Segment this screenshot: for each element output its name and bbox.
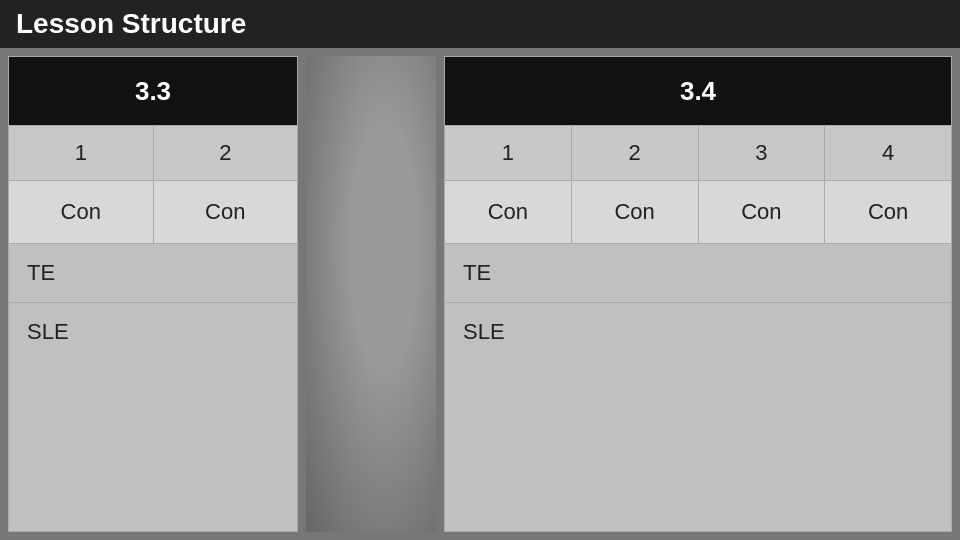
con-cell-right-2: Con [572,181,699,243]
num-row-right: 1 2 3 4 [445,125,951,180]
num-cell-left-2: 2 [154,126,298,180]
te-row-right: TE [445,243,951,302]
con-cell-left-1: Con [9,181,154,243]
con-cell-right-3: Con [699,181,826,243]
con-cell-right-4: Con [825,181,951,243]
table-right: 3.4 1 2 3 4 Con Con Con Con TE SLE [444,56,952,532]
num-cell-right-2: 2 [572,126,699,180]
te-cell-right: TE [445,244,951,302]
title-bar: Lesson Structure [0,0,960,48]
con-row-right: Con Con Con Con [445,180,951,243]
num-cell-right-4: 4 [825,126,951,180]
sle-row-right: SLE [445,302,951,531]
section-header-right: 3.4 [445,57,951,125]
con-row-left: Con Con [9,180,297,243]
te-row-left: TE [9,243,297,302]
page: Lesson Structure 3.3 1 2 Con Con TE SLE [0,0,960,540]
num-cell-right-3: 3 [699,126,826,180]
num-row-left: 1 2 [9,125,297,180]
section-header-left: 3.3 [9,57,297,125]
sle-cell-right: SLE [445,303,951,531]
page-title: Lesson Structure [16,8,246,40]
te-cell-left: TE [9,244,297,302]
num-cell-left-1: 1 [9,126,154,180]
content-area: 3.3 1 2 Con Con TE SLE 3.4 [0,48,960,540]
gap-background [306,56,436,532]
con-cell-right-1: Con [445,181,572,243]
image-gap [306,56,436,532]
table-left: 3.3 1 2 Con Con TE SLE [8,56,298,532]
sle-row-left: SLE [9,302,297,531]
con-cell-left-2: Con [154,181,298,243]
sle-cell-left: SLE [9,303,297,531]
num-cell-right-1: 1 [445,126,572,180]
